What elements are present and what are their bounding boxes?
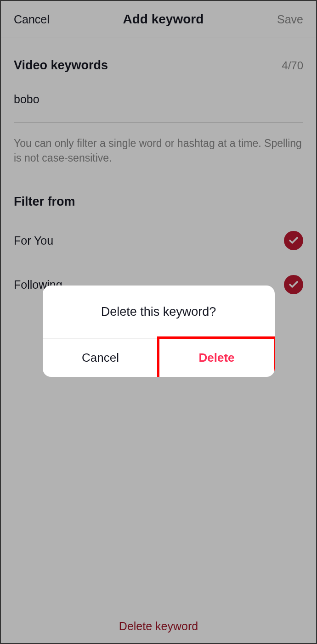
dialog-delete-button[interactable]: Delete — [159, 339, 275, 377]
dialog-actions: Cancel Delete — [43, 338, 275, 377]
dialog-delete-label: Delete — [198, 351, 234, 364]
dialog-title: Delete this keyword? — [43, 286, 275, 338]
delete-confirm-dialog: Delete this keyword? Cancel Delete — [43, 286, 275, 377]
dialog-cancel-button[interactable]: Cancel — [43, 339, 159, 377]
modal-overlay[interactable]: Delete this keyword? Cancel Delete — [1, 1, 316, 643]
